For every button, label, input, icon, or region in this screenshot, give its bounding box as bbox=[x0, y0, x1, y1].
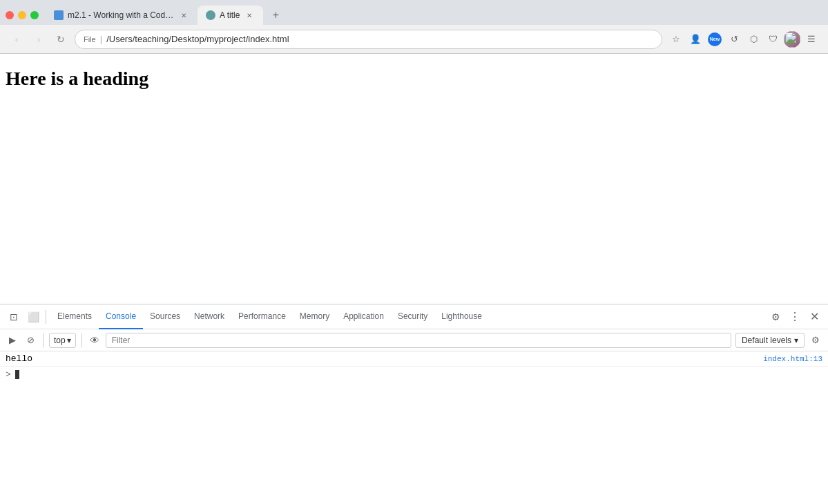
console-prompt-symbol: > bbox=[6, 369, 11, 380]
tab-2[interactable]: A title ✕ bbox=[198, 6, 263, 25]
run-snippet-button[interactable]: ▶ bbox=[6, 333, 19, 347]
device-mode-button[interactable]: ⬜ bbox=[25, 309, 41, 325]
address-path: /Users/teaching/Desktop/myproject/index.… bbox=[106, 34, 653, 44]
tab-performance[interactable]: Performance bbox=[231, 304, 293, 329]
traffic-lights bbox=[6, 11, 39, 19]
address-input[interactable]: File | /Users/teaching/Desktop/myproject… bbox=[75, 30, 662, 49]
sync-icon: New bbox=[708, 32, 722, 46]
toolbar-separator bbox=[46, 310, 46, 324]
sync-button[interactable]: New bbox=[706, 31, 723, 48]
tab-network[interactable]: Network bbox=[187, 304, 231, 329]
tab-application[interactable]: Application bbox=[336, 304, 391, 329]
browser-actions: ☆ 👤 New ↺ ⬡ 🛡 ☰ bbox=[668, 31, 820, 48]
tab-memory[interactable]: Memory bbox=[293, 304, 336, 329]
eye-icon[interactable]: 👁 bbox=[88, 333, 102, 347]
filter-input-wrap[interactable] bbox=[106, 333, 731, 348]
profiles-button[interactable]: 👤 bbox=[687, 31, 704, 48]
devtools-settings-button[interactable]: ⚙ bbox=[767, 309, 784, 325]
menu-button[interactable]: ☰ bbox=[803, 31, 820, 48]
tab-1-title: m2.1 - Working with a Code E... bbox=[68, 10, 174, 20]
tab-bar: m2.1 - Working with a Code E... ✕ A titl… bbox=[0, 0, 828, 25]
inspect-element-button[interactable]: ⊡ bbox=[6, 309, 22, 325]
default-levels-label: Default levels bbox=[742, 336, 791, 345]
console-cursor bbox=[15, 370, 19, 379]
browser-window: m2.1 - Working with a Code E... ✕ A titl… bbox=[0, 0, 828, 504]
console-prompt: > bbox=[0, 367, 828, 382]
chevron-down-icon: ▾ bbox=[67, 336, 71, 345]
devtools-settings: ⚙ ⋮ ✕ bbox=[767, 309, 822, 325]
bookmark-button[interactable]: ☆ bbox=[668, 31, 684, 48]
back-button[interactable]: ‹ bbox=[8, 31, 25, 48]
devtools-tabs: Elements Console Sources Network Perform… bbox=[50, 304, 764, 329]
extensions-button[interactable]: ⬡ bbox=[745, 31, 762, 48]
new-label: New bbox=[710, 37, 720, 41]
shield-button[interactable]: 🛡 bbox=[764, 31, 781, 48]
minimize-traffic-light[interactable] bbox=[18, 11, 26, 19]
console-separator bbox=[43, 333, 44, 347]
console-log-text: hello bbox=[6, 353, 32, 364]
devtools-tab-bar: ⊡ ⬜ Elements Console Sources Network Per… bbox=[0, 304, 828, 329]
console-settings-button[interactable]: ⚙ bbox=[809, 333, 822, 347]
context-value: top bbox=[54, 336, 66, 345]
devtools-more-button[interactable]: ⋮ bbox=[787, 309, 803, 325]
tab-console[interactable]: Console bbox=[99, 304, 143, 329]
tab-2-favicon bbox=[206, 10, 215, 20]
tab-1-close[interactable]: ✕ bbox=[178, 10, 189, 21]
close-traffic-light[interactable] bbox=[6, 11, 14, 19]
forward-button[interactable]: › bbox=[30, 31, 47, 48]
devtools-close-button[interactable]: ✕ bbox=[806, 309, 822, 325]
address-separator: | bbox=[100, 34, 102, 44]
avatar-image bbox=[784, 31, 800, 48]
tab-sources[interactable]: Sources bbox=[143, 304, 187, 329]
devtools-panel: ⊡ ⬜ Elements Console Sources Network Per… bbox=[0, 304, 828, 504]
address-bar: ‹ › ↻ File | /Users/teaching/Desktop/myp… bbox=[0, 25, 828, 54]
tab-2-title: A title bbox=[220, 10, 240, 20]
maximize-traffic-light[interactable] bbox=[30, 11, 39, 19]
console-log-source[interactable]: index.html:13 bbox=[763, 355, 822, 363]
tab-1-favicon bbox=[54, 10, 64, 20]
context-selector[interactable]: top ▾ bbox=[49, 333, 76, 348]
default-levels-button[interactable]: Default levels ▾ bbox=[735, 333, 805, 348]
profile-icon: 👤 bbox=[690, 34, 701, 44]
filter-input[interactable] bbox=[112, 336, 725, 345]
tab-elements[interactable]: Elements bbox=[50, 304, 99, 329]
page-content: Here is a heading bbox=[0, 54, 828, 304]
history-button[interactable]: ↺ bbox=[726, 31, 742, 48]
default-levels-chevron: ▾ bbox=[794, 336, 798, 345]
file-protocol-label: File bbox=[84, 35, 96, 43]
clear-console-button[interactable]: ⊘ bbox=[23, 333, 37, 347]
tab-lighthouse[interactable]: Lighthouse bbox=[434, 304, 489, 329]
tab-1[interactable]: m2.1 - Working with a Code E... ✕ bbox=[46, 6, 198, 25]
new-tab-button[interactable]: + bbox=[266, 6, 285, 25]
user-avatar[interactable] bbox=[784, 31, 800, 48]
tab-security[interactable]: Security bbox=[391, 304, 434, 329]
page-heading: Here is a heading bbox=[6, 68, 822, 90]
refresh-button[interactable]: ↻ bbox=[52, 31, 69, 48]
console-output: hello index.html:13 > bbox=[0, 351, 828, 504]
tab-2-close[interactable]: ✕ bbox=[244, 10, 255, 21]
console-toolbar: ▶ ⊘ top ▾ 👁 Default levels ▾ ⚙ bbox=[0, 329, 828, 351]
console-log-entry: hello index.html:13 bbox=[0, 351, 828, 367]
console-separator-2 bbox=[81, 333, 82, 347]
